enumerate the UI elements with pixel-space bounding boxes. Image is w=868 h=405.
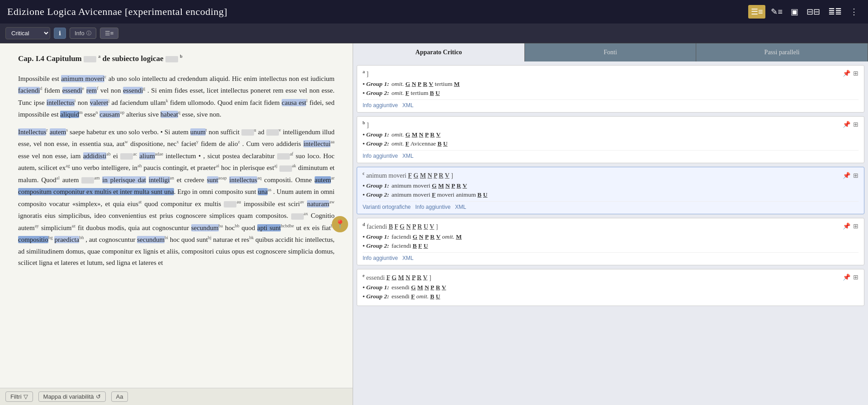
grid-entry-e-btn[interactable]: ⊞ xyxy=(853,273,859,281)
info-label: Info xyxy=(75,30,85,37)
tab-fonti[interactable]: Fonti xyxy=(525,43,697,61)
info-label-btn[interactable]: Info ⓘ xyxy=(70,28,96,39)
highlight-intelligi: intelligi xyxy=(149,176,170,184)
grid-entry-b-btn[interactable]: ⊞ xyxy=(853,121,859,128)
variability-map-label: Mappa di variabilità xyxy=(43,393,94,400)
xml-c-btn[interactable]: XML xyxy=(455,204,467,210)
filter-btn[interactable]: Filtri ▽ xyxy=(5,391,33,402)
info-aggiuntive-b-btn[interactable]: Info aggiuntive xyxy=(363,153,398,159)
info-icon-btn[interactable]: ℹ xyxy=(54,28,66,39)
group-a1-label: • Group 1: xyxy=(363,80,390,88)
gap-u xyxy=(241,129,254,136)
tab-passi[interactable]: Passi paralleli xyxy=(696,43,868,61)
highlight-habeat: habeat xyxy=(160,111,178,118)
filter-label: Filtri xyxy=(10,393,22,400)
main-layout: Cap. I.4 Capitulum a de subiecto logicae… xyxy=(0,43,868,405)
apparatus-entry-a-label: a ] xyxy=(363,69,368,78)
split-view-btn[interactable]: ≣≣ xyxy=(826,5,844,19)
group-e2-content: essendi F omit. B U xyxy=(392,293,859,300)
apparatus-group-d2: • Group 2: faciendi B F U xyxy=(363,242,859,250)
apparatus-entry-b-header: b ] 📌 ⊞ xyxy=(363,120,859,129)
apparatus-entry-d: d faciendi B F G N P R U V ] 📌 ⊞ • Group… xyxy=(357,218,864,265)
varianti-c-btn[interactable]: Varianti ortografiche xyxy=(363,204,411,210)
info-aggiuntive-a-btn[interactable]: Info aggiuntive xyxy=(363,102,398,108)
group-d2-label: • Group 2: xyxy=(363,242,390,250)
pin-entry-c-btn[interactable]: 📌 xyxy=(843,172,850,179)
font-btn[interactable]: Aa xyxy=(111,391,128,402)
highlight-intellectus2: Intellectus xyxy=(18,128,46,136)
edit-view-btn[interactable]: ✎≡ xyxy=(768,5,785,19)
grid-entry-a-btn[interactable]: ⊞ xyxy=(853,70,859,77)
toolbar: Critical Diplomatic ℹ Info ⓘ ☰≡ xyxy=(0,24,868,43)
group-d1-content: faciendi G N P R V omit. M xyxy=(392,233,859,240)
gap-ak xyxy=(279,165,292,172)
mode-select[interactable]: Critical Diplomatic xyxy=(5,27,50,39)
apparatus-entry-c-label: c animum moveri F G M N P R V ] xyxy=(363,171,453,179)
highlight-aliquid: aliquid xyxy=(60,111,79,118)
group-c2-label: • Group 2: xyxy=(363,191,390,198)
gap-a xyxy=(84,56,96,62)
apparatus-entry-d-label: d faciendi B F G N P R U V ] xyxy=(363,222,438,231)
tab-apparato[interactable]: Apparato Critico xyxy=(353,43,525,61)
sup-a: a xyxy=(98,54,100,59)
pin-entry-b-btn[interactable]: 📌 xyxy=(843,121,850,128)
highlight-intellectus: intellectus xyxy=(47,99,75,106)
pin-entry-e-btn[interactable]: 📌 xyxy=(843,273,850,281)
grid-entry-c-btn[interactable]: ⊞ xyxy=(853,172,859,179)
highlight-rem: rem xyxy=(86,87,97,94)
group-b2-label: • Group 2: xyxy=(363,140,390,147)
text-scroll-area[interactable]: Cap. I.4 Capitulum a de subiecto logicae… xyxy=(0,43,353,405)
pin-entry-a-btn[interactable]: 📌 xyxy=(843,70,850,77)
grid-entry-d-btn[interactable]: ⊞ xyxy=(853,222,859,230)
apparatus-entry-b-actions: 📌 ⊞ xyxy=(843,121,859,128)
apparatus-entry-a-actions: 📌 ⊞ xyxy=(843,70,859,77)
paragraph-1: Impossibile est animum moveric ab uno so… xyxy=(18,73,335,121)
apparatus-group-c1: • Group 1: animum moveri G M N P R V xyxy=(363,182,859,189)
xml-d-btn[interactable]: XML xyxy=(402,255,414,261)
list-view-btn[interactable]: ☰≡ xyxy=(100,28,119,39)
highlight-aptisunt: apti sunt xyxy=(257,224,281,231)
pin-entry-d-btn[interactable]: 📌 xyxy=(843,222,850,230)
xml-b-btn[interactable]: XML xyxy=(402,153,414,159)
apparatus-footer-d: Info aggiuntive XML xyxy=(363,252,859,261)
apparatus-scroll[interactable]: a ] 📌 ⊞ • Group 1: omit. G N P R V terti… xyxy=(353,61,868,405)
apparatus-group-c2: • Group 2: animum moveri F moveri animum… xyxy=(363,191,859,198)
more-options-btn[interactable]: ⋮ xyxy=(847,5,861,19)
font-label: Aa xyxy=(116,393,123,400)
apparatus-group-b2: • Group 2: omit. F Avicennae B U xyxy=(363,140,859,147)
group-b2-content: omit. F Avicennae B U xyxy=(392,140,859,147)
table-view-btn[interactable]: ⊟⊟ xyxy=(804,5,823,19)
apparatus-group-a1: • Group 1: omit. G N P R V tertium M xyxy=(363,80,859,88)
group-a2-content: omit. F tertium B U xyxy=(392,89,859,97)
gap-b xyxy=(165,56,178,62)
text-pin-btn[interactable]: 📍 xyxy=(332,216,348,232)
apparatus-group-e1: • Group 1: essendi G M N P R V xyxy=(363,284,859,291)
refresh-icon: ↺ xyxy=(96,393,101,400)
gap-af xyxy=(277,153,290,160)
apparatus-footer-b: Info aggiuntive XML xyxy=(363,150,859,159)
gap-au xyxy=(224,201,236,207)
apparatus-entry-c: c animum moveri F G M N P R V ] 📌 ⊞ • Gr… xyxy=(357,167,864,214)
xml-a-btn[interactable]: XML xyxy=(402,102,414,108)
image-view-btn[interactable]: ▣ xyxy=(788,5,801,19)
document-view-btn[interactable]: ☰≡ xyxy=(748,5,766,19)
apparatus-group-e2: • Group 2: essendi F omit. B U xyxy=(363,293,859,300)
highlight-animum: animum moveri xyxy=(61,75,104,82)
info-aggiuntive-d-btn[interactable]: Info aggiuntive xyxy=(363,255,398,261)
highlight-compositum: compositum componitur ex multis et inter… xyxy=(18,188,174,195)
bottom-bar: Filtri ▽ Mappa di variabilità ↺ Aa xyxy=(0,388,353,405)
gap-am xyxy=(81,177,94,184)
apparatus-entry-c-actions: 📌 ⊞ xyxy=(843,172,859,179)
highlight-intellectui: intellectui xyxy=(303,140,330,147)
apparatus-entry-e-header: e essendi F G M N P R V ] 📌 ⊞ xyxy=(363,273,859,282)
apparatus-group-d1: • Group 1: faciendi G N P R V omit. M xyxy=(363,233,859,240)
highlight-secundum2: secundum xyxy=(137,236,165,243)
apparatus-entry-d-actions: 📌 ⊞ xyxy=(843,222,859,230)
highlight-intellectus3: intellectus xyxy=(229,176,257,184)
info-aggiuntive-c-btn[interactable]: Info aggiuntive xyxy=(415,204,451,210)
variability-map-btn[interactable]: Mappa di variabilità ↺ xyxy=(38,391,106,402)
highlight-valeret: valeret xyxy=(90,99,108,106)
group-b1-label: • Group 1: xyxy=(363,131,390,138)
group-a1-content: omit. G N P R V tertium M xyxy=(392,80,859,88)
chapter-heading-text: Cap. I.4 Capitulum xyxy=(18,54,84,63)
